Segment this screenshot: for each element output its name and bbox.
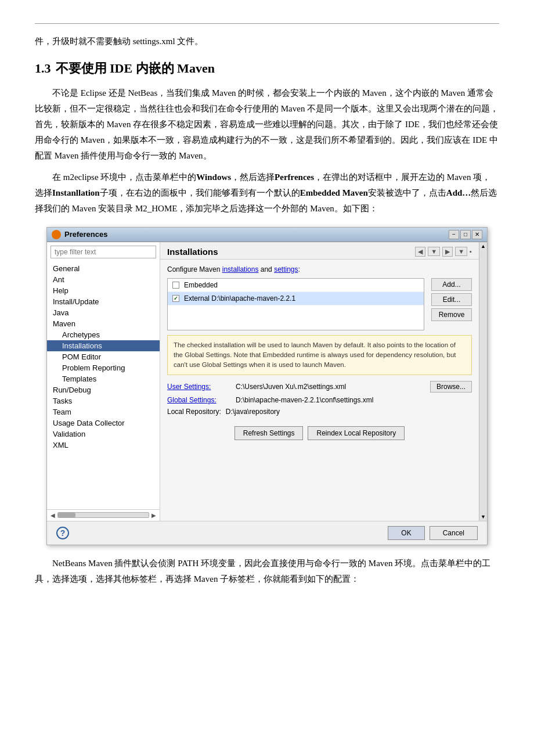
dialog-left-panel: GeneralAntHelpInstall/UpdateJavaMavenArc…	[47, 242, 160, 521]
right-panel-title: Installations	[167, 247, 218, 257]
preferences-dialog: Preferences − □ ✕ GeneralAntHelpInstall/…	[46, 227, 488, 545]
local-repo-row: Local Repository: D:\java\repository	[167, 408, 472, 416]
top-divider	[35, 23, 499, 24]
add-button[interactable]: Add...	[431, 278, 472, 291]
section-number: 1.3	[35, 61, 51, 76]
embedded-checkbox[interactable]	[172, 282, 179, 289]
tree-item-tasks[interactable]: Tasks	[47, 395, 160, 406]
nav-separator: ▪	[470, 248, 472, 255]
embedded-row[interactable]: Embedded	[168, 279, 424, 292]
tree-item-install-update[interactable]: Install/Update	[47, 296, 160, 307]
tree-item-xml[interactable]: XML	[47, 440, 160, 451]
scroll-down-arrow[interactable]: ▼	[479, 513, 487, 521]
tree-item-pom-editor[interactable]: POM Editor	[47, 351, 160, 362]
tree-item-java[interactable]: Java	[47, 307, 160, 318]
nav-dropdown[interactable]: ▼	[428, 247, 440, 256]
scroll-up-arrow[interactable]: ▲	[479, 242, 487, 250]
tree-item-general[interactable]: General	[47, 263, 160, 274]
dialog-body: GeneralAntHelpInstall/UpdateJavaMavenArc…	[47, 242, 487, 521]
settings-link[interactable]: settings	[274, 265, 298, 273]
dialog-title-left: Preferences	[52, 230, 107, 239]
filter-input[interactable]	[50, 246, 156, 258]
right-content: Configure Maven installations and settin…	[160, 260, 479, 521]
tree-area: GeneralAntHelpInstall/UpdateJavaMavenArc…	[47, 262, 160, 509]
right-scrollbar[interactable]: ▲ ▼	[479, 242, 487, 521]
local-repo-label: Local Repository:	[167, 408, 221, 416]
footer-buttons: OK Cancel	[388, 526, 478, 540]
para2-text-4: 子项，在右边的面板中，我们能够看到有一个默认的	[100, 188, 300, 197]
installations-row: Embedded ✓ External D:\bin\apache-maven-…	[167, 278, 472, 330]
tree-item-help[interactable]: Help	[47, 285, 160, 296]
para2-bold-2: Perfrences	[275, 172, 314, 182]
tree-item-archetypes[interactable]: Archetypes	[47, 329, 160, 340]
nav-arrow-right[interactable]: ▶	[442, 247, 453, 257]
global-settings-row: Global Settings: D:\bin\apache-maven-2.2…	[167, 396, 472, 404]
local-repo-value: D:\java\repository	[226, 408, 280, 416]
global-settings-value: D:\bin\apache-maven-2.2.1\conf\settings.…	[236, 396, 472, 404]
user-settings-value: C:\Users\Juven Xu\.m2\settings.xml	[236, 383, 425, 391]
ok-button[interactable]: OK	[388, 526, 424, 540]
section-heading: 1.3 不要使用 IDE 内嵌的 Maven	[35, 60, 499, 77]
right-header: Installations ◀ ▼ ▶ ▼ ▪	[160, 242, 479, 260]
tree-item-validation[interactable]: Validation	[47, 429, 160, 440]
user-settings-row: User Settings: C:\Users\Juven Xu\.m2\set…	[167, 381, 472, 393]
tree-item-problem-reporting[interactable]: Problem Reporting	[47, 362, 160, 373]
tree-item-maven[interactable]: Maven	[47, 318, 160, 329]
minimize-button[interactable]: −	[449, 230, 459, 239]
dialog-controls[interactable]: − □ ✕	[449, 230, 482, 239]
config-label: Configure Maven installations and settin…	[167, 265, 472, 273]
preferences-icon	[52, 230, 61, 239]
global-settings-label[interactable]: Global Settings:	[167, 396, 231, 404]
cancel-button[interactable]: Cancel	[430, 526, 478, 540]
side-buttons: Add... Edit... Remove	[431, 278, 472, 321]
body-paragraph-1: 不论是 Eclipse 还是 NetBeas，当我们集成 Maven 的时候，都…	[35, 85, 499, 164]
scrollbar-track[interactable]	[57, 512, 149, 518]
intro-paragraph: 件，升级时就不需要触动 settings.xml 文件。	[35, 34, 499, 49]
para2-bold-3: Instanllation	[52, 188, 100, 197]
installations-link[interactable]: installations	[222, 265, 259, 273]
nav-arrow-left[interactable]: ◀	[415, 247, 425, 257]
scroll-right-arrow[interactable]: ▶	[151, 512, 156, 519]
user-settings-label[interactable]: User Settings:	[167, 383, 231, 391]
embedded-label: Embedded	[184, 281, 218, 289]
para2-text-1: 在 m2eclipse 环境中，点击菜单栏中的	[52, 172, 196, 182]
maximize-button[interactable]: □	[460, 230, 471, 239]
edit-button[interactable]: Edit...	[431, 293, 472, 306]
left-scrollbar-area: ◀ ▶	[47, 509, 160, 521]
bottom-action-buttons: Refresh Settings Reindex Local Repositor…	[167, 422, 472, 445]
right-nav: ◀ ▼ ▶ ▼ ▪	[415, 247, 472, 257]
help-button[interactable]: ?	[56, 527, 69, 539]
scroll-left-arrow[interactable]: ◀	[50, 512, 55, 519]
refresh-settings-button[interactable]: Refresh Settings	[234, 426, 304, 440]
tree-item-usage-data-collector[interactable]: Usage Data Collector	[47, 417, 160, 429]
info-box: The checked installation will be used to…	[167, 335, 472, 376]
external-row[interactable]: ✓ External D:\bin\apache-maven-2.2.1	[168, 292, 424, 305]
dialog-title-text: Preferences	[64, 230, 107, 239]
installations-list: Embedded ✓ External D:\bin\apache-maven-…	[167, 278, 424, 330]
para2-bold-4: Embedded Maven	[300, 188, 368, 197]
para2-text-5: 安装被选中了，点击	[368, 188, 446, 197]
tree-item-installations[interactable]: Installations	[47, 340, 160, 351]
nav-dropdown2[interactable]: ▼	[455, 247, 467, 256]
body-paragraph-2: 在 m2eclipse 环境中，点击菜单栏中的Windows，然后选择Perfr…	[35, 170, 499, 217]
remove-button[interactable]: Remove	[431, 308, 472, 321]
reindex-button[interactable]: Reindex Local Repository	[308, 426, 405, 440]
dialog-titlebar: Preferences − □ ✕	[47, 228, 487, 242]
tree-item-ant[interactable]: Ant	[47, 274, 160, 285]
external-checkbox[interactable]: ✓	[172, 295, 179, 302]
section-title-text: 不要使用 IDE 内嵌的 Maven	[56, 60, 215, 77]
dialog-right-panel: Installations ◀ ▼ ▶ ▼ ▪ Configure Maven …	[160, 242, 479, 521]
para2-bold-1: Windows	[196, 172, 231, 182]
dialog-footer: ? OK Cancel	[47, 521, 487, 545]
close-button[interactable]: ✕	[472, 230, 482, 239]
tree-item-run-debug[interactable]: Run/Debug	[47, 384, 160, 395]
after-image-text: NetBeans Maven 插件默认会侦测 PATH 环境变量，因此会直接使用…	[35, 556, 499, 587]
external-label: External D:\bin\apache-maven-2.2.1	[184, 294, 295, 303]
tree-item-team[interactable]: Team	[47, 406, 160, 417]
right-panel-inner: Installations ◀ ▼ ▶ ▼ ▪ Configure Maven …	[160, 242, 487, 521]
para2-bold-5: Add…	[446, 188, 471, 197]
para2-text-2: ，然后选择	[231, 172, 275, 182]
user-settings-browse-button[interactable]: Browse...	[430, 381, 472, 393]
scrollbar-thumb[interactable]	[58, 513, 75, 517]
tree-item-templates[interactable]: Templates	[47, 373, 160, 384]
